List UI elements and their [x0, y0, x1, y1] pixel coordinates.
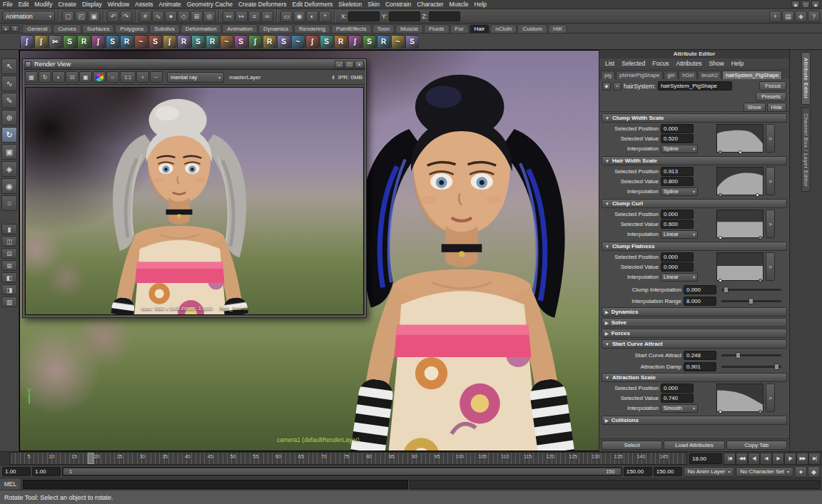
remove-image-icon[interactable]: − [150, 71, 163, 83]
command-input[interactable] [23, 480, 408, 489]
paint-select-tool[interactable]: ✎ [1, 93, 17, 108]
shelf-tab[interactable]: Fur [450, 24, 469, 33]
shelf-tab[interactable]: HIK [548, 24, 567, 33]
rgb-channels-icon[interactable] [93, 71, 106, 83]
range-slider[interactable]: 1 150 [62, 467, 622, 476]
slider-handle[interactable] [749, 298, 754, 304]
go-to-start-button[interactable]: |◀ [724, 453, 736, 465]
menu-item[interactable]: Help [728, 60, 747, 67]
menu-item[interactable]: Character [414, 1, 446, 8]
shelf-menu-icon[interactable]: ≡ [11, 25, 19, 32]
hair-shelf-icon-20[interactable]: ~ [291, 35, 305, 48]
redo-icon[interactable]: ↷ [120, 11, 132, 22]
time-ticks[interactable]: 5101520253035404550556065707580859095100… [10, 452, 687, 465]
ramp-expand-button[interactable]: > [766, 252, 775, 281]
layout-outliner-persp[interactable]: ▥ [1, 297, 17, 307]
hair-shelf-icon-4[interactable]: S [63, 35, 76, 48]
hair-shelf-icon-5[interactable]: R [77, 35, 91, 48]
hair-shelf-icon-28[interactable]: S [405, 35, 419, 48]
menu-item[interactable]: Constrain [382, 1, 414, 8]
section-header[interactable]: ▼ Clump Flatness [602, 242, 787, 251]
step-back-key-button[interactable]: ◀| [748, 453, 760, 465]
hair-shelf-icon-11[interactable]: ʃ [163, 35, 176, 48]
alpha-channel-icon[interactable]: ○ [106, 71, 119, 83]
section-header[interactable]: ▼ Clump Width Scale [602, 113, 787, 123]
section-header[interactable]: ▼ Clump Curl [602, 199, 787, 208]
hair-shelf-icon-21[interactable]: ʃ [305, 35, 319, 48]
render-current-frame-icon[interactable]: ▦ [25, 71, 38, 83]
selected-value-field[interactable]: 0.740 [661, 394, 694, 403]
ramp-handle-dot-selected[interactable] [719, 410, 722, 413]
ramp-handle-dot-selected[interactable] [719, 236, 722, 240]
animation-start-field[interactable]: 1.00 [2, 467, 31, 476]
selected-value-field[interactable]: 0.520 [661, 134, 694, 143]
ae-footer-button[interactable]: Copy Tab [726, 441, 787, 450]
menu-item[interactable]: Selected [618, 60, 649, 67]
layout-single-pane[interactable]: ▮ [1, 224, 17, 235]
maximize-button[interactable]: □ [345, 61, 354, 68]
attraction-damp-slider[interactable] [721, 366, 781, 368]
shelf-tab[interactable]: Toon [372, 24, 395, 33]
node-tab[interactable]: pig [601, 71, 615, 79]
section-header[interactable]: ▼ Attraction Scale [602, 373, 787, 382]
animation-preferences-icon[interactable]: ◆ [808, 466, 820, 478]
shelf-tab[interactable]: Muscle [395, 24, 423, 33]
ramp-preview[interactable] [716, 124, 763, 153]
interpolation-range-field[interactable]: 8.000 [684, 297, 716, 306]
shelf-tab[interactable]: PaintEffects [331, 24, 372, 33]
shelf-tab[interactable]: Polygons [115, 24, 148, 33]
snap-to-curves-icon[interactable]: ∿ [152, 11, 164, 22]
attraction-damp-field[interactable]: 0.901 [684, 362, 716, 371]
shelf-tab[interactable]: Rendering [294, 24, 330, 33]
menu-item[interactable]: Skeleton [335, 1, 365, 8]
ramp-expand-button[interactable]: > [766, 124, 775, 153]
hair-shelf-icon-14[interactable]: R [206, 35, 219, 48]
last-tool-used[interactable]: ○ [1, 195, 17, 211]
hotbox-icon[interactable]: ◉ [811, 1, 820, 8]
section-start-curve-attract[interactable]: ▼ Start Curve Attract [602, 339, 787, 349]
snap-to-grids-icon[interactable]: # [139, 11, 151, 22]
ramp-handle-dot-selected[interactable] [756, 193, 759, 197]
ramp-handle-dot-selected[interactable] [739, 150, 742, 154]
play-backwards-button[interactable]: ◀ [760, 453, 772, 465]
current-time-field[interactable]: 18.00 [689, 453, 722, 464]
hair-shelf-icon-3[interactable]: ✂ [49, 35, 62, 48]
shelf-tab[interactable]: Surfaces [82, 24, 115, 33]
focus-button[interactable]: Focus [759, 81, 786, 91]
hair-shelf-icon-26[interactable]: R [377, 35, 390, 48]
selected-position-field[interactable]: 0.913 [661, 167, 694, 176]
layout-four-panes[interactable]: ⊞ [1, 260, 17, 271]
ae-footer-button[interactable]: Select [602, 441, 662, 450]
hair-shelf-icon-22[interactable]: S [320, 35, 333, 48]
lasso-select-tool[interactable]: ∿ [1, 76, 17, 91]
hair-shelf-icon-15[interactable]: ~ [220, 35, 233, 48]
layout-two-panes-stacked[interactable]: ⊟ [1, 248, 17, 259]
input-connections-icon[interactable]: ↤ [223, 11, 235, 22]
layout-shortcut-icon[interactable]: ◫ [801, 1, 810, 8]
scale-tool[interactable]: ▣ [1, 144, 17, 160]
interpolation-dropdown[interactable]: Spline▾ [661, 187, 698, 196]
interpolation-dropdown[interactable]: Linear▾ [661, 273, 698, 282]
ramp-handle-dot-selected[interactable] [719, 279, 722, 282]
render-view-titlebar[interactable]: Render View – □ × [23, 59, 366, 70]
hair-shelf-icon-7[interactable]: S [106, 35, 119, 48]
close-button[interactable]: × [355, 61, 364, 68]
clump-interpolation-field[interactable]: 0.000 [684, 285, 716, 294]
hair-shelf-icon-25[interactable]: S [362, 35, 376, 48]
section-solve[interactable]: ▶ Solve [602, 318, 787, 327]
node-name-field[interactable]: hairSystem_PigShape [658, 81, 732, 91]
output-connections-icon[interactable]: ↦ [235, 11, 248, 22]
shelf-tab-selector-icon[interactable]: ▾ [1, 25, 10, 32]
ramp-handle-dot[interactable] [758, 410, 762, 413]
rotate-tool[interactable]: ↻ [1, 127, 17, 143]
character-set-dropdown[interactable]: No Character Set ▾ [736, 467, 793, 477]
layout-two-panes-side-by-side[interactable]: ◫ [1, 236, 17, 247]
menu-set-selector[interactable]: Animation ▾ [2, 11, 55, 21]
node-tab[interactable]: brush2 [698, 71, 721, 79]
pause-ipr-icon[interactable]: ‖ [332, 74, 334, 81]
ipr-render-icon[interactable]: ◐ [306, 11, 318, 22]
selected-value-field[interactable]: 0.800 [661, 177, 694, 186]
ramp-preview[interactable] [716, 384, 763, 412]
step-forward-key-button[interactable]: |▶ [784, 453, 796, 465]
menu-item[interactable]: Assets [132, 1, 156, 8]
